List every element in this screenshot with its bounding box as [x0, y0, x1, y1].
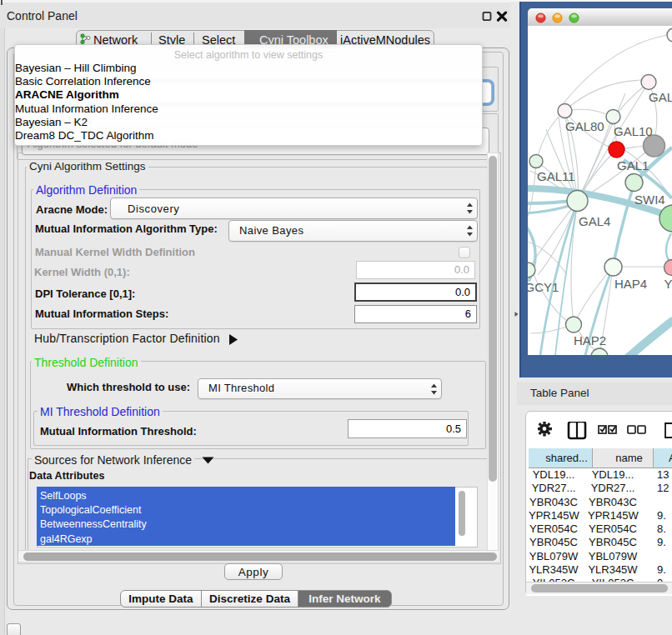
svg-text:HAP2: HAP2 — [574, 333, 606, 348]
svg-text:GAL80: GAL80 — [565, 119, 604, 133]
svg-text:GAL1: GAL1 — [617, 158, 649, 172]
svg-text:HAP4: HAP4 — [614, 277, 647, 291]
svg-text:Y: Y — [664, 277, 672, 291]
svg-text:SWI4: SWI4 — [634, 192, 665, 207]
svg-text:GAL4: GAL4 — [579, 214, 610, 228]
svg-text:GAL11: GAL11 — [537, 169, 575, 183]
svg-text:GCY1: GCY1 — [528, 280, 559, 294]
svg-text:GAL: GAL — [649, 90, 672, 104]
svg-text:GAL10: GAL10 — [614, 124, 653, 138]
